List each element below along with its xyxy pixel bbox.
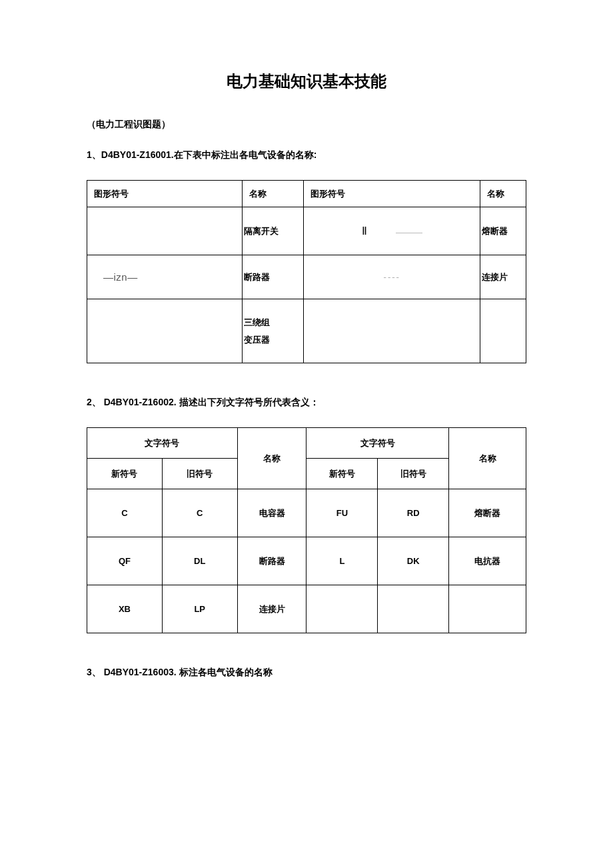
- name-cell: 三绕组 变压器: [242, 299, 304, 363]
- col-header-name: 名称: [449, 428, 526, 489]
- table-row: 图形符号 名称 图形符号 名称: [87, 181, 526, 207]
- col-header-new: 新符号: [306, 459, 378, 489]
- col-header-textsymbol: 文字符号: [87, 428, 238, 459]
- sym-cell: QF: [87, 537, 163, 585]
- page-title: 电力基础知识基本技能: [87, 71, 526, 92]
- symbol-cell: Ⅱ: [304, 207, 480, 255]
- question-3-label: 3、 D4BY01-Z16003. 标注各电气设备的名称: [87, 667, 526, 679]
- name-cell: [449, 585, 526, 633]
- col-header-symbol: 图形符号: [304, 181, 480, 207]
- table-row: C C 电容器 FU RD 熔断器: [87, 489, 526, 537]
- symbol-cell: [87, 207, 243, 255]
- symbol-cell: —izn—: [87, 255, 243, 299]
- name-cell: 熔断器: [449, 489, 526, 537]
- name-cell: 隔离开关: [242, 207, 304, 255]
- col-header-symbol: 图形符号: [87, 181, 243, 207]
- sym-cell: LP: [162, 585, 237, 633]
- sym-cell: C: [162, 489, 237, 537]
- table-1: 图形符号 名称 图形符号 名称 隔离开关 Ⅱ 熔断器 —izn— 断路器 ---…: [87, 180, 526, 363]
- table-row: 文字符号 名称 文字符号 名称: [87, 428, 526, 459]
- symbol-cell: [87, 299, 243, 363]
- col-header-name: 名称: [237, 428, 306, 489]
- name-cell: [480, 299, 526, 363]
- name-cell: 连接片: [237, 585, 306, 633]
- col-header-old: 旧符号: [162, 459, 237, 489]
- sym-cell: RD: [378, 489, 449, 537]
- table-row: —izn— 断路器 ---- 连接片: [87, 255, 526, 299]
- roman-two-icon: Ⅱ: [362, 225, 367, 237]
- table-row: 三绕组 变压器: [87, 299, 526, 363]
- sym-cell: C: [87, 489, 163, 537]
- col-header-name: 名称: [242, 181, 304, 207]
- col-header-old: 旧符号: [378, 459, 449, 489]
- question-1-label: 1、D4BY01-Z16001.在下表中标注出各电气设备的名称:: [87, 149, 526, 161]
- sym-cell: [306, 585, 378, 633]
- line-icon: [396, 233, 422, 233]
- table-row: 隔离开关 Ⅱ 熔断器: [87, 207, 526, 255]
- table-row: XB LP 连接片: [87, 585, 526, 633]
- section-subtitle: （电力工程识图题）: [87, 119, 526, 131]
- question-2-label: 2、 D4BY01-Z16002. 描述出下列文字符号所代表含义：: [87, 397, 526, 409]
- sym-cell: DL: [162, 537, 237, 585]
- table-2: 文字符号 名称 文字符号 名称 新符号 旧符号 新符号 旧符号 C C 电容器 …: [87, 427, 526, 633]
- col-header-name: 名称: [480, 181, 526, 207]
- sym-cell: [378, 585, 449, 633]
- name-cell: 断路器: [242, 255, 304, 299]
- sym-cell: DK: [378, 537, 449, 585]
- table-row: QF DL 断路器 L DK 电抗器: [87, 537, 526, 585]
- name-cell: 断路器: [237, 537, 306, 585]
- name-cell: 电容器: [237, 489, 306, 537]
- col-header-textsymbol: 文字符号: [306, 428, 449, 459]
- sym-cell: XB: [87, 585, 163, 633]
- name-cell: 连接片: [480, 255, 526, 299]
- col-header-new: 新符号: [87, 459, 163, 489]
- name-cell: 熔断器: [480, 207, 526, 255]
- sym-cell: FU: [306, 489, 378, 537]
- sym-cell: L: [306, 537, 378, 585]
- symbol-cell: [304, 299, 480, 363]
- symbol-cell: ----: [304, 255, 480, 299]
- name-cell: 电抗器: [449, 537, 526, 585]
